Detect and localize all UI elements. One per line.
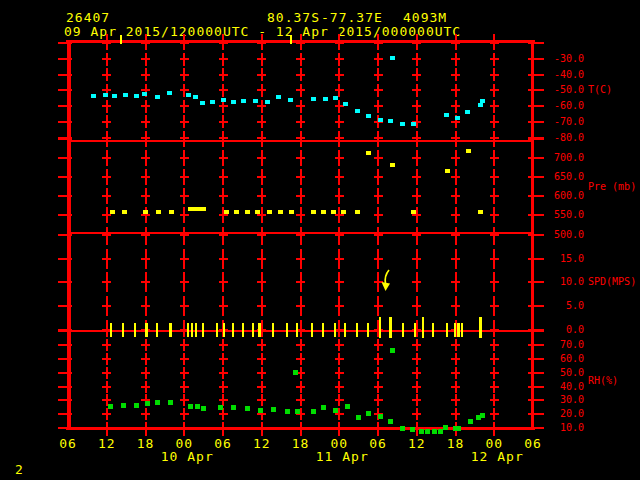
pressure-point [311,210,316,214]
x-tick-label: 18 [441,437,471,450]
x-tick-label: 06 [53,437,83,450]
temperature-point [480,99,485,103]
pressure-point [122,210,127,214]
wind-barb [432,323,434,337]
wind-barb [414,323,416,337]
humidity-point [311,409,316,414]
x-tick-label: 18 [131,437,161,450]
wind-barb [242,323,244,337]
x-tick-label: 12 [402,437,432,450]
temperature-point [366,114,371,118]
pressure-point [355,210,360,214]
temperature-point [444,113,449,117]
wind-barb [379,317,381,338]
humidity-point [231,405,236,410]
temperature-point [400,122,405,126]
pressure-point [445,169,450,173]
temperature-point [193,95,198,99]
temperature-point [311,97,316,101]
wind-barb [286,323,288,337]
pressure-point [341,210,346,214]
temperature-point [123,93,128,97]
wind-barb [122,323,124,337]
data-layer: 0612180006121800061218000610 Apr11 Apr12… [0,0,640,480]
temperature-point [323,97,328,101]
humidity-point [432,429,437,434]
humidity-point [388,419,393,424]
humidity-point [258,408,263,413]
wind-barb [216,323,218,337]
temperature-point [288,98,293,102]
humidity-point [456,426,461,431]
wind-barb [457,323,460,337]
humidity-point [121,403,126,408]
humidity-point [425,429,430,434]
temperature-point [343,102,348,106]
temperature-point [378,118,383,122]
wind-barb [110,323,112,337]
humidity-point [201,406,206,411]
humidity-point [345,404,350,409]
temperature-point [478,103,483,107]
humidity-point [188,404,193,409]
wind-barb [344,323,346,337]
humidity-point [321,405,326,410]
wind-barb [134,323,136,337]
temperature-point [91,94,96,98]
pressure-point [255,210,260,214]
pressure-point [224,210,229,214]
wind-barb [389,317,392,338]
wind-barb [195,323,197,337]
plot-screen: 26407 80.37S -77.37E 4093M 09 Apr 2015/1… [0,0,640,480]
humidity-point [134,403,139,408]
pressure-point [201,207,206,211]
humidity-point [145,401,150,406]
x-tick-label: 18 [286,437,316,450]
humidity-point [293,370,298,375]
temperature-point [241,99,246,103]
humidity-point [218,405,223,410]
temperature-point [103,93,108,97]
temperature-point [411,122,416,126]
temperature-point [167,91,172,95]
wind-barb [461,323,463,337]
wind-barb [402,323,404,337]
wind-barb [367,323,369,337]
x-tick-label: 12 [247,437,277,450]
pressure-point [169,210,174,214]
temperature-point [276,95,281,99]
wind-barb [272,323,274,337]
wind-barb [145,323,148,337]
wind-barb [252,323,254,337]
pressure-point [466,149,471,153]
x-tick-label: 12 [92,437,122,450]
temperature-point [142,92,147,96]
date-label: 12 Apr [467,450,527,463]
humidity-point [400,426,405,431]
humidity-point [480,413,485,418]
humidity-point [333,408,338,413]
wind-barb [422,317,424,338]
wind-barb [258,323,261,337]
pressure-point [245,210,250,214]
temperature-point [112,94,117,98]
top-mark [290,35,292,44]
pressure-point [390,163,395,167]
humidity-point [295,409,300,414]
humidity-point [390,348,395,353]
humidity-point [195,404,200,409]
wind-barb [322,323,324,337]
temperature-point [333,96,338,100]
temperature-point [231,100,236,104]
date-label: 11 Apr [312,450,372,463]
humidity-point [410,427,415,432]
wind-barb [232,323,234,337]
pressure-point [289,210,294,214]
wind-barb [334,323,336,337]
temperature-point [265,100,270,104]
pressure-point [143,210,148,214]
wind-barb [202,323,204,337]
wind-barb [169,323,172,337]
wind-barb [191,323,193,337]
wind-barb [311,323,313,337]
